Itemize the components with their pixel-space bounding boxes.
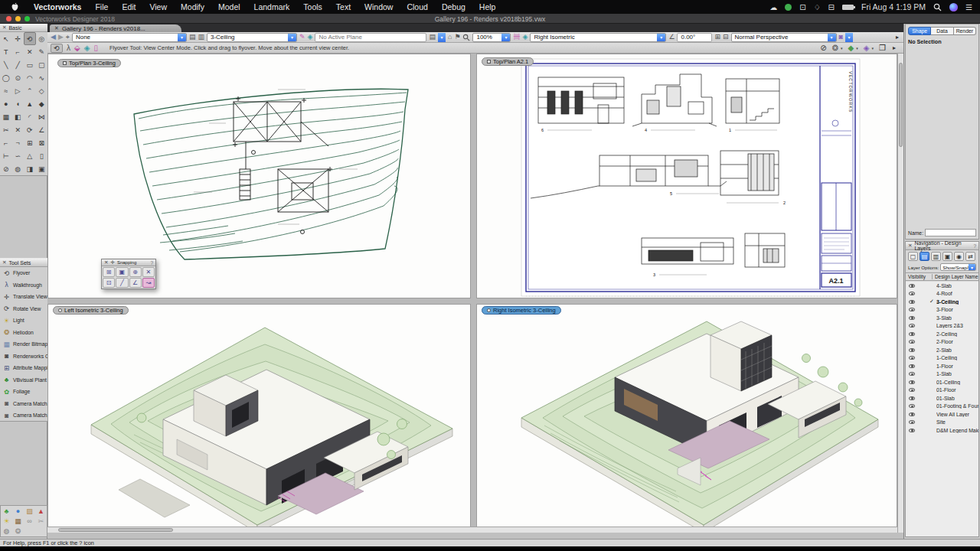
spotlight-icon[interactable] xyxy=(933,3,942,11)
layer-row-01-footing-foundatio[interactable]: 01-Footing & Foundatio xyxy=(906,403,978,411)
tool-delete-icon[interactable]: ✕ xyxy=(24,45,36,58)
visibility-eye-icon[interactable] xyxy=(909,300,915,304)
horizontal-scrollbar[interactable] xyxy=(47,527,897,533)
pane-label-left-isometric[interactable]: Left Isometric 3-Ceiling xyxy=(53,306,129,315)
tool-selection-icon[interactable]: ↖ xyxy=(0,32,12,45)
layer-row-1-ceiling[interactable]: 1-Ceiling xyxy=(906,354,978,363)
menu-debug[interactable]: Debug xyxy=(435,2,472,11)
saved-views-icon[interactable]: ⌖ xyxy=(66,34,70,41)
menu-edit[interactable]: Edit xyxy=(115,2,142,11)
render-mode-arrow-icon[interactable]: ▾ xyxy=(845,33,853,42)
tool-column-icon[interactable]: ▯ xyxy=(36,149,48,162)
visibility-eye-icon[interactable] xyxy=(909,420,915,424)
menu-landmark[interactable]: Landmark xyxy=(247,2,297,11)
tool-shell-icon[interactable]: ¬ xyxy=(12,136,24,149)
object-center-mode-icon[interactable]: ⬙ xyxy=(74,44,80,52)
shape-menu-icon[interactable]: ♢ xyxy=(814,3,821,11)
toolset-flyover[interactable]: ⟲Flyover xyxy=(0,267,47,279)
viewport-create-icon[interactable]: ❐ xyxy=(879,44,886,52)
tool-eyedropper-icon[interactable]: ✎ xyxy=(36,45,48,58)
clip-cube-icon[interactable]: ◈ xyxy=(522,34,528,41)
menu-model[interactable]: Model xyxy=(211,2,247,11)
tab-render[interactable]: Render xyxy=(954,27,976,35)
tool-callout-icon[interactable]: ⌐ xyxy=(12,45,24,58)
document-tab[interactable]: ✕ Gallery 196 - Renders v2018... xyxy=(50,24,181,32)
modebar-overflow-icon[interactable]: ▸ xyxy=(891,44,897,51)
nav-tab-viewports[interactable]: ▣ xyxy=(942,252,952,261)
walkthrough-mode-icon[interactable]: λ xyxy=(67,44,70,52)
snap-to-tangent-button[interactable]: ↝ xyxy=(142,278,155,288)
render-settings-icon[interactable]: ❂ xyxy=(832,44,838,52)
layer-row-1-floor[interactable]: 1-Floor xyxy=(906,362,978,370)
close-palette-icon[interactable]: ✕ xyxy=(2,259,6,266)
vertical-scrollbar[interactable] xyxy=(897,54,903,533)
fill-style-icon[interactable]: ♣ xyxy=(1,506,12,516)
visibility-eye-icon[interactable] xyxy=(909,356,915,360)
image-fill-icon[interactable]: ▨ xyxy=(24,506,35,516)
fit-to-objects-icon[interactable]: ⌂ xyxy=(448,34,452,41)
tool-polyline-icon[interactable]: ⌃ xyxy=(24,84,36,97)
working-plane-mode-icon[interactable]: ▯ xyxy=(93,44,98,52)
layer-row-site[interactable]: Site xyxy=(906,419,978,427)
layer-row-01-floor[interactable]: 01-Floor xyxy=(906,386,978,395)
notification-center-icon[interactable]: ☰ xyxy=(965,3,972,11)
tool-freehand-icon[interactable]: ∿ xyxy=(36,71,48,84)
light-bulb-icon[interactable]: ☀ xyxy=(1,516,12,526)
snap-to-intersection-button[interactable]: ⊕ xyxy=(129,267,142,277)
attach-icon[interactable]: ∞ xyxy=(24,516,35,526)
tool-flyover-icon[interactable]: ⟲ xyxy=(24,32,36,45)
tool-pattern-icon[interactable]: ⊠ xyxy=(36,136,48,149)
nav-tab-references[interactable]: ⇄ xyxy=(965,252,975,261)
pane-label-sheet[interactable]: Top/Plan A2.1 xyxy=(482,57,534,66)
tool-fillet-icon[interactable]: ◜ xyxy=(24,110,36,123)
back-arrow-icon[interactable]: ◀ xyxy=(51,34,56,41)
name-input[interactable] xyxy=(925,229,976,236)
rotation-input[interactable] xyxy=(677,33,712,42)
tool-rounded-rectangle-icon[interactable]: ▢ xyxy=(36,58,48,71)
screen-record-icon[interactable]: ⊡ xyxy=(799,3,805,11)
gear-icon[interactable]: ❂ xyxy=(12,527,24,536)
visibility-eye-icon[interactable] xyxy=(909,340,915,344)
menu-file[interactable]: File xyxy=(88,2,115,11)
visibility-eye-icon[interactable] xyxy=(909,404,915,408)
tool-wave-icon[interactable]: ∽ xyxy=(12,149,24,162)
gradient-icon[interactable]: ● xyxy=(12,506,24,516)
edit-plane-icon[interactable]: ✎ xyxy=(299,34,305,41)
tool-polygon-icon[interactable]: ▷ xyxy=(12,84,24,97)
layer-row-4-roof[interactable]: 4-Roof xyxy=(906,290,978,298)
tab-data[interactable]: Data xyxy=(931,27,953,35)
visibility-eye-icon[interactable] xyxy=(909,412,915,416)
tool-clip-icon[interactable]: ◧ xyxy=(12,110,24,123)
close-palette-icon[interactable]: ✕ xyxy=(2,24,6,31)
tool-rectangle-icon[interactable]: ▭ xyxy=(24,58,36,71)
viewport-right-isometric[interactable]: Right Isometric 3-Ceiling xyxy=(476,304,897,533)
visibility-eye-icon[interactable] xyxy=(909,429,915,432)
grid-settings-icon[interactable]: ⊞ xyxy=(714,34,720,41)
battery-icon[interactable] xyxy=(842,5,854,10)
tool-constrain-icon[interactable]: ⊢ xyxy=(0,149,12,162)
current-view-popup[interactable]: Right Isometric▾ xyxy=(530,33,666,42)
layer-row-2-floor[interactable]: 2-Floor xyxy=(906,338,978,347)
display-icon[interactable]: ⊟ xyxy=(828,3,835,11)
smart-edge-button[interactable]: ╱ xyxy=(116,278,128,288)
toolset-heliodon[interactable]: ❂Heliodon xyxy=(0,327,47,339)
tool-resize-icon[interactable]: ⊞ xyxy=(24,136,36,149)
tool-spiral-icon[interactable]: ≈ xyxy=(0,84,12,97)
layer-row-2-ceiling[interactable]: 2-Ceiling xyxy=(906,330,978,338)
app-status-icon[interactable] xyxy=(785,4,792,11)
active-layer-popup[interactable]: 3-Ceiling▾ xyxy=(207,33,297,42)
tool-mirror-icon[interactable]: ⋈ xyxy=(36,110,48,123)
active-plane-field[interactable]: No Active Plane xyxy=(315,33,426,42)
unified-view-icon[interactable]: 卌 xyxy=(513,34,520,41)
tool-trim-icon[interactable]: ✂ xyxy=(0,123,12,136)
toolbar-overflow-icon[interactable]: ▸ xyxy=(894,34,900,41)
menu-vectorworks[interactable]: Vectorworks xyxy=(27,2,88,11)
render-style-icon[interactable]: ◆ xyxy=(848,44,854,52)
tool-text-icon[interactable]: T xyxy=(0,45,12,58)
tool-line-icon[interactable]: ╲ xyxy=(0,58,12,71)
save-view-icon[interactable]: ▤ xyxy=(429,34,436,41)
visibility-eye-icon[interactable] xyxy=(909,332,915,336)
tool-extrude-icon[interactable]: ◆ xyxy=(36,97,48,110)
layer-row-01-slab[interactable]: 01-Slab xyxy=(906,394,978,403)
tool-solid-icon[interactable]: ◨ xyxy=(24,162,36,175)
